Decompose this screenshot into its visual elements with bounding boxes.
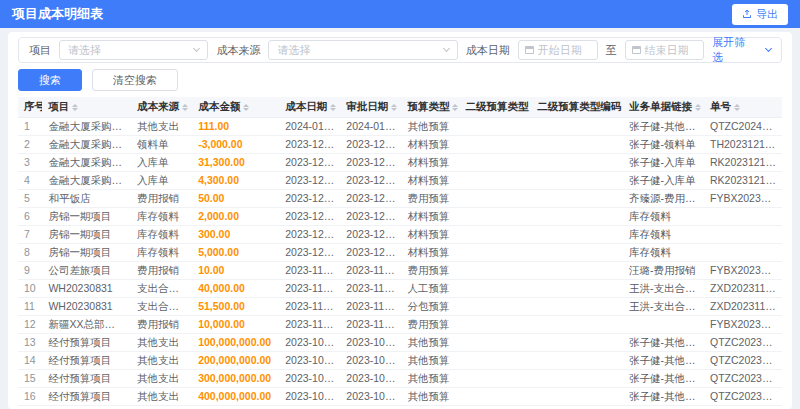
cell-doc-no: QTZC20231027002	[704, 370, 782, 388]
table-row[interactable]: 2金融大厦采购项目领料单-3,000.002023-12-192023-12-1…	[18, 136, 782, 154]
table-row[interactable]: 12新疆XX总部大厦工程二期费用报销10,000.002023-11-07202…	[18, 316, 782, 334]
cell-budget-type: 分包预算	[401, 298, 459, 316]
cell-cost-date: 2023-12-11	[279, 226, 340, 244]
table-row[interactable]: 7房锦一期项目库存领料300.002023-12-112023-12-11材料预…	[18, 226, 782, 244]
cell-project: 和平饭店	[42, 190, 131, 208]
cell-doc-link[interactable]: 王洪-支出合同执行	[623, 280, 704, 298]
date-end-input[interactable]: 结束日期	[625, 40, 705, 60]
cell-sub-budget-type	[460, 298, 532, 316]
column-header-7[interactable]: 二级预算类型	[460, 97, 532, 118]
sort-icon	[330, 104, 336, 111]
cell-index: 12	[18, 316, 42, 334]
date-filter-label: 成本日期	[466, 43, 510, 58]
table-row[interactable]: 10WH20230831支出合同执行40,000.002023-11-22202…	[18, 280, 782, 298]
cell-budget-type: 人工预算	[401, 280, 459, 298]
cell-cost-amount: 2,000.00	[192, 208, 279, 226]
cell-doc-link[interactable]: 汪璐-费用报销	[623, 262, 704, 280]
cell-approval-date: 2023-12-19	[340, 154, 401, 172]
cell-cost-amount: 500,000,000.00	[192, 406, 279, 409]
cell-cost-amount: 200,000,000.00	[192, 352, 279, 370]
table-row[interactable]: 9公司差旅项目费用报销10.002023-11-282023-11-28费用预算…	[18, 262, 782, 280]
cell-doc-link[interactable]: 库存领料	[623, 208, 704, 226]
cell-project: 经付预算项目	[42, 388, 131, 406]
date-range-separator: 至	[606, 43, 617, 58]
cell-doc-link[interactable]: 库存领料	[623, 244, 704, 262]
column-header-10[interactable]: 单号	[704, 97, 782, 118]
table-row[interactable]: 4金融大厦采购项目入库单4,300.002023-12-192023-12-19…	[18, 172, 782, 190]
table-row[interactable]: 13经付预算项目其他支出100,000,000.002023-10-272023…	[18, 334, 782, 352]
cell-doc-link[interactable]: 张子健-其他支出	[623, 352, 704, 370]
table-row[interactable]: 17经付预算项目其他支出500,000,000.002023-10-272023…	[18, 406, 782, 409]
table-row[interactable]: 8房锦一期项目库存领料5,000.002023-12-112023-12-11材…	[18, 244, 782, 262]
cell-doc-link[interactable]: 王洪-支出合同执行	[623, 298, 704, 316]
column-header-6[interactable]: 预算类型	[401, 97, 459, 118]
column-header-9[interactable]: 业务单据链接	[623, 97, 704, 118]
cell-cost-amount: 31,300.00	[192, 154, 279, 172]
cell-index: 9	[18, 262, 42, 280]
cell-approval-date: 2023-12-11	[340, 244, 401, 262]
cell-approval-date: 2023-10-27	[340, 334, 401, 352]
cell-doc-link[interactable]: 张子健-其他支出	[623, 388, 704, 406]
table-row[interactable]: 5和平饭店费用报销50.002023-12-162023-12-16费用预算齐臻…	[18, 190, 782, 208]
column-label: 成本金额	[198, 100, 240, 112]
table-row[interactable]: 15经付预算项目其他支出300,000,000.002023-10-272023…	[18, 370, 782, 388]
table-row[interactable]: 14经付预算项目其他支出200,000,000.002023-10-272023…	[18, 352, 782, 370]
cell-sub-budget-type	[460, 244, 532, 262]
search-button[interactable]: 搜索	[18, 69, 82, 91]
source-filter-label: 成本来源	[216, 43, 260, 58]
cell-doc-no	[704, 226, 782, 244]
cell-doc-link[interactable]: 张子健-其他支出	[623, 370, 704, 388]
column-header-5[interactable]: 审批日期	[340, 97, 401, 118]
cell-cost-date: 2023-11-28	[279, 262, 340, 280]
cell-cost-date: 2023-12-19	[279, 154, 340, 172]
sort-icon	[452, 104, 458, 111]
column-header-3[interactable]: 成本金额	[192, 97, 279, 118]
cell-sub-budget-type	[460, 208, 532, 226]
cell-index: 1	[18, 118, 42, 136]
cell-approval-date: 2023-11-22	[340, 280, 401, 298]
column-label: 成本来源	[137, 100, 179, 112]
cell-cost-date: 2023-12-16	[279, 190, 340, 208]
cell-doc-link[interactable]: 张子健-其他支出	[623, 118, 704, 136]
column-header-2[interactable]: 成本来源	[131, 97, 192, 118]
table-row[interactable]: 16经付预算项目其他支出400,000,000.002023-10-272023…	[18, 388, 782, 406]
cell-doc-link[interactable]: 张子健-入库单	[623, 154, 704, 172]
table-row[interactable]: 3金融大厦采购项目入库单31,300.002023-12-192023-12-1…	[18, 154, 782, 172]
cell-cost-date: 2023-10-27	[279, 388, 340, 406]
project-select-placeholder: 请选择	[68, 43, 188, 58]
cell-doc-link[interactable]: 张子健-入库单	[623, 172, 704, 190]
table-row[interactable]: 1金融大厦采购项目其他支出111.002024-01-112024-01-11其…	[18, 118, 782, 136]
export-button[interactable]: 导出	[732, 4, 788, 25]
cell-cost-source: 支出合同执行	[131, 298, 192, 316]
column-header-1[interactable]: 项目	[42, 97, 131, 118]
cell-cost-source: 费用报销	[131, 316, 192, 334]
cell-sub-budget-type	[460, 406, 532, 409]
cell-budget-type: 费用预算	[401, 316, 459, 334]
column-header-8[interactable]: 二级预算类型编码	[531, 97, 623, 118]
expand-filters-link[interactable]: 展开筛选	[712, 35, 771, 65]
source-select[interactable]: 请选择	[268, 40, 457, 60]
column-header-4[interactable]: 成本日期	[279, 97, 340, 118]
project-select[interactable]: 请选择	[59, 40, 208, 60]
cell-doc-link[interactable]: 张子健-其他支出	[623, 334, 704, 352]
cell-approval-date: 2023-12-16	[340, 190, 401, 208]
cell-project: 金融大厦采购项目	[42, 118, 131, 136]
cell-doc-link[interactable]: 库存领料	[623, 226, 704, 244]
date-start-input[interactable]: 开始日期	[518, 40, 598, 60]
cell-index: 6	[18, 208, 42, 226]
cell-cost-source: 入库单	[131, 154, 192, 172]
clear-search-button[interactable]: 清空搜索	[92, 69, 178, 91]
cell-approval-date: 2023-12-11	[340, 208, 401, 226]
cell-cost-source: 其他支出	[131, 334, 192, 352]
cell-doc-link[interactable]: 张子健-领料单	[623, 136, 704, 154]
cell-project: 房锦一期项目	[42, 226, 131, 244]
cell-doc-no: QTZC20231027002	[704, 334, 782, 352]
cell-sub-budget-type	[460, 118, 532, 136]
cell-doc-link[interactable]: 张子健-其他支出	[623, 406, 704, 409]
table-row[interactable]: 6房锦一期项目库存领料2,000.002023-12-112023-12-11材…	[18, 208, 782, 226]
cell-project: 新疆XX总部大厦工程二期	[42, 316, 131, 334]
cell-doc-link[interactable]: 齐臻源-费用报销	[623, 190, 704, 208]
cell-budget-type: 其他预算	[401, 334, 459, 352]
column-label: 成本日期	[285, 100, 327, 112]
table-row[interactable]: 11WH20230831支出合同执行51,500.002023-11-22202…	[18, 298, 782, 316]
